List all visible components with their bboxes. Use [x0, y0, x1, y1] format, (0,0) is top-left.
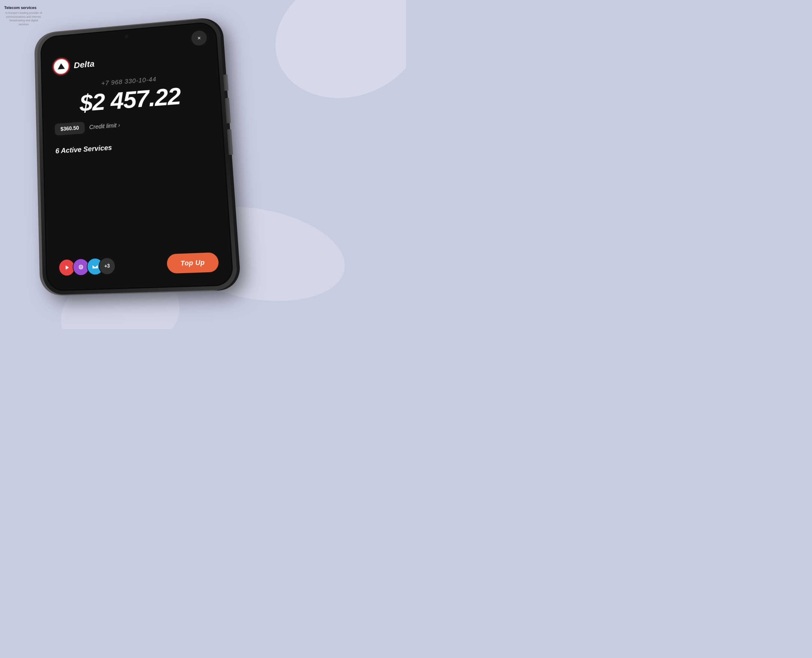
credit-badge: $360.50 [55, 122, 85, 135]
active-services-label: 6 Active Services [55, 137, 211, 155]
power-button[interactable] [227, 129, 233, 155]
brand-logo [53, 58, 69, 75]
volume-up-button[interactable] [223, 74, 229, 91]
credit-row: $360.50 Credit limit › [55, 113, 210, 135]
svg-marker-1 [66, 265, 69, 270]
service-extra-count[interactable]: +3 [99, 257, 116, 275]
phone-frame: × Delta +7 968 330-10-44 [37, 17, 238, 295]
close-icon: × [197, 35, 201, 41]
page-description: Is Europe's leading provider of communic… [4, 11, 43, 26]
phone-mockup: × Delta +7 968 330-10-44 [37, 12, 298, 314]
credit-limit-button[interactable]: Credit limit › [89, 122, 120, 131]
bottom-row: +3 Top Up [58, 252, 219, 277]
credit-limit-label: Credit limit [89, 122, 117, 131]
page-title: Telecom services [4, 5, 43, 10]
topup-button[interactable]: Top Up [166, 252, 219, 273]
volume-down-button[interactable] [225, 98, 231, 124]
credit-limit-chevron: › [118, 122, 120, 128]
email-icon [92, 263, 99, 271]
svg-point-3 [80, 266, 82, 268]
brand-row: Delta [53, 46, 205, 75]
svg-marker-0 [58, 63, 65, 69]
play-icon [64, 264, 70, 271]
music-icon [77, 263, 84, 271]
header-section: Telecom services Is Europe's leading pro… [4, 5, 43, 26]
service-icons: +3 [58, 257, 116, 276]
app-content: Delta +7 968 330-10-44 $2 457.22 $360.50… [41, 22, 233, 290]
brand-name: Delta [74, 59, 95, 70]
phone-screen: × Delta +7 968 330-10-44 [40, 21, 234, 291]
screen-inner: × Delta +7 968 330-10-44 [41, 22, 233, 290]
delta-logo-icon [57, 61, 66, 71]
